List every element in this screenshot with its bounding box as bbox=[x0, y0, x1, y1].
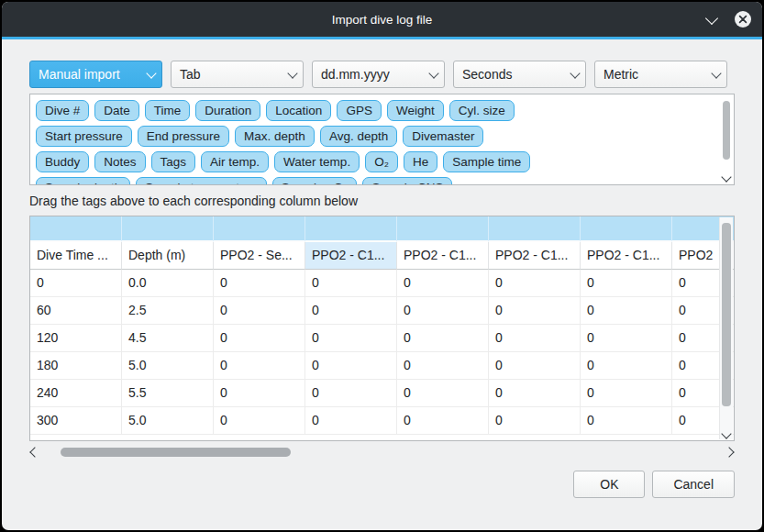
table-cell: 0 bbox=[305, 352, 397, 380]
duration-format-combo[interactable]: Seconds bbox=[453, 61, 586, 88]
column-drop-target[interactable] bbox=[581, 216, 672, 242]
table-cell: 0 bbox=[489, 297, 581, 325]
table-cell: 0 bbox=[581, 297, 672, 325]
tag-water-temp[interactable]: Water temp. bbox=[274, 151, 360, 172]
units-system-combo[interactable]: Metric bbox=[594, 61, 727, 88]
tag-sample-temperature[interactable]: Sample temperature bbox=[136, 177, 266, 185]
tag-row: BuddyNotesTagsAir temp.Water temp.O₂HeSa… bbox=[36, 151, 715, 172]
tag-sample-cns[interactable]: Sample CNS bbox=[362, 177, 452, 185]
column-drop-target[interactable] bbox=[214, 216, 305, 242]
table-cell: 0 bbox=[305, 270, 397, 297]
table-scrollbar-thumb[interactable] bbox=[722, 223, 731, 406]
column-drop-target[interactable] bbox=[397, 216, 489, 242]
tag-start-pressure[interactable]: Start pressure bbox=[36, 126, 132, 147]
tag-pool-scrollbar-thumb[interactable] bbox=[723, 101, 730, 160]
column-drop-target[interactable] bbox=[30, 216, 122, 242]
table-cell: 240 bbox=[30, 380, 122, 407]
table-cell: 0 bbox=[581, 352, 672, 380]
format-combo-row: Manual importTabdd.mm.yyyySecondsMetric bbox=[29, 61, 735, 88]
column-header: PPO2 - C1... bbox=[305, 242, 397, 270]
column-drop-target[interactable] bbox=[122, 216, 214, 242]
tag-air-temp[interactable]: Air temp. bbox=[201, 151, 269, 172]
tag-o[interactable]: O₂ bbox=[365, 151, 398, 172]
table-cell: 0 bbox=[214, 270, 305, 297]
ok-button[interactable]: OK bbox=[573, 471, 645, 498]
tag-time[interactable]: Time bbox=[145, 100, 191, 121]
tag-tags[interactable]: Tags bbox=[151, 151, 196, 172]
tag-notes[interactable]: Notes bbox=[94, 151, 145, 172]
scroll-right-button[interactable] bbox=[724, 449, 735, 456]
table-cell: 5.5 bbox=[122, 380, 214, 407]
column-header: PPO2 - C1... bbox=[397, 242, 489, 270]
table-cell: 0 bbox=[397, 325, 489, 352]
tag-avg-depth[interactable]: Avg. depth bbox=[320, 126, 397, 147]
close-icon bbox=[734, 10, 752, 28]
table-scroll-down-button[interactable] bbox=[720, 433, 733, 438]
column-drop-target[interactable] bbox=[489, 216, 581, 242]
column-header: Depth (m) bbox=[122, 242, 214, 270]
cancel-button[interactable]: Cancel bbox=[652, 471, 735, 498]
tag-date[interactable]: Date bbox=[94, 100, 139, 121]
table-cell: 2.5 bbox=[122, 297, 214, 325]
column-drop-row bbox=[30, 216, 735, 242]
table-cell: 0 bbox=[214, 380, 305, 407]
column-header-row: Dive Time ...Depth (m)PPO2 - Se...PPO2 -… bbox=[30, 242, 735, 270]
column-header: PPO2 - Se... bbox=[214, 242, 305, 270]
tag-weight[interactable]: Weight bbox=[387, 100, 444, 121]
tag-row: Sample depthSample temperatureSample pO₂… bbox=[36, 177, 715, 185]
column-drop-target[interactable] bbox=[305, 216, 397, 242]
tag-gps[interactable]: GPS bbox=[337, 100, 382, 121]
tag-buddy[interactable]: Buddy bbox=[36, 151, 89, 172]
table-cell: 0 bbox=[305, 325, 397, 352]
table-scrollbar bbox=[719, 217, 733, 439]
table-cell: 0 bbox=[397, 297, 489, 325]
units-system-combo-value: Metric bbox=[595, 67, 706, 82]
horizontal-scroll-thumb[interactable] bbox=[61, 448, 291, 457]
tag-dive[interactable]: Dive # bbox=[36, 100, 89, 121]
tag-duration[interactable]: Duration bbox=[195, 100, 260, 121]
drag-instruction-label: Drag the tags above to each correspondin… bbox=[29, 194, 735, 208]
scroll-left-button[interactable] bbox=[29, 449, 40, 456]
chevron-down-icon bbox=[282, 72, 303, 77]
field-separator-combo[interactable]: Tab bbox=[171, 61, 304, 88]
tag-he[interactable]: He bbox=[404, 151, 437, 172]
table-row: 602.5000000 bbox=[30, 297, 735, 325]
table-cell: 0 bbox=[397, 270, 489, 297]
titlebar: Import dive log file bbox=[2, 2, 762, 37]
duration-format-combo-value: Seconds bbox=[454, 67, 565, 82]
tag-pool-scroll-down-button[interactable] bbox=[721, 176, 732, 181]
table-cell: 180 bbox=[30, 352, 122, 380]
date-format-combo[interactable]: dd.mm.yyyy bbox=[312, 61, 445, 88]
tag-pool: Dive #DateTimeDurationLocationGPSWeightC… bbox=[30, 94, 734, 185]
shade-button[interactable] bbox=[702, 9, 722, 29]
table-cell: 0 bbox=[214, 325, 305, 352]
chevron-down-icon bbox=[721, 172, 731, 182]
close-button[interactable] bbox=[733, 9, 753, 29]
chevron-down-icon bbox=[141, 72, 161, 77]
table-cell: 0 bbox=[214, 407, 305, 435]
titlebar-buttons bbox=[702, 2, 753, 37]
tag-max-depth[interactable]: Max. depth bbox=[235, 126, 315, 147]
table-cell: 0 bbox=[305, 407, 397, 435]
tag-cyl-size[interactable]: Cyl. size bbox=[449, 100, 515, 121]
horizontal-scroll-track[interactable] bbox=[44, 448, 720, 457]
tag-end-pressure[interactable]: End pressure bbox=[138, 126, 229, 147]
table-cell: 0 bbox=[581, 270, 672, 297]
import-mode-combo[interactable]: Manual import bbox=[29, 61, 162, 88]
table-row: 2405.5000000 bbox=[30, 380, 735, 407]
tag-sample-depth[interactable]: Sample depth bbox=[36, 177, 130, 185]
tag-sample-time[interactable]: Sample time bbox=[443, 151, 530, 172]
table-row: 3005.0000000 bbox=[30, 407, 735, 435]
preview-table: Dive Time ...Depth (m)PPO2 - Se...PPO2 -… bbox=[29, 216, 735, 441]
date-format-combo-value: dd.mm.yyyy bbox=[313, 67, 424, 82]
table-cell: 60 bbox=[30, 297, 122, 325]
chevron-down-icon bbox=[706, 72, 726, 77]
chevron-down-icon bbox=[721, 428, 731, 438]
tag-divemaster[interactable]: Divemaster bbox=[403, 126, 483, 147]
chevron-right-icon bbox=[724, 447, 734, 457]
tag-location[interactable]: Location bbox=[266, 100, 331, 121]
tag-sample-po[interactable]: Sample pO₂ bbox=[272, 177, 358, 185]
table-cell: 0 bbox=[581, 325, 672, 352]
table-horizontal-scrollbar bbox=[29, 446, 735, 459]
window-title: Import dive log file bbox=[332, 13, 433, 27]
